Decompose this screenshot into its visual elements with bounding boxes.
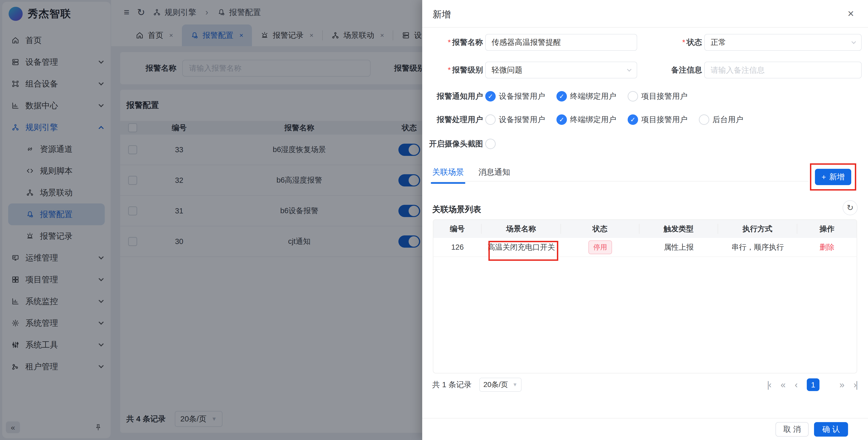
status-label: 状态 [645,37,702,47]
scene-table-row: 126 高温关闭充电口开关 停用 属性上报 串行，顺序执行 删除 [433,238,857,257]
camera-screenshot-label: 开启摄像头截图 [426,139,483,149]
handle-users-label: 报警处理用户 [426,114,483,125]
record-count: 共 1 条记录 [432,379,472,390]
col-header-status: 状态 [561,224,640,234]
checkbox-device-alarm-user[interactable]: 设备报警用户 [485,114,545,125]
alarm-level-row: 报警级别 轻微问题 [426,62,637,78]
scene-table-header: 编号 场景名称 状态 触发类型 执行方式 操作 [433,220,857,238]
remark-label: 备注信息 [645,65,702,75]
checkbox-terminal-bind-user[interactable]: 终端绑定用户 [556,114,616,125]
pager-jump-prev-icon[interactable]: « [780,380,784,390]
scene-name: 高温关闭充电口开关 [482,242,561,252]
drawer-title: 新增 [433,8,451,21]
alarm-name-input[interactable] [485,34,637,51]
caret-down-icon: ▼ [513,382,518,388]
col-header-trigger-type: 触发类型 [640,224,718,234]
alarm-name-row: 报警名称 [426,34,637,51]
checkbox-terminal-bind-user[interactable]: 终端绑定用户 [556,91,616,102]
handle-users-row: 报警处理用户 设备报警用户 终端绑定用户 项目接警用户 后台用户 [426,114,749,125]
alarm-name-label: 报警名称 [426,37,483,47]
remark-input[interactable] [704,62,862,78]
drawer-footer: 取 消 确 认 [422,418,868,440]
notify-users-row: 报警通知用户 设备报警用户 终端绑定用户 项目接警用户 [426,91,693,102]
page-size-select[interactable]: 20条/页▼ [479,378,522,392]
checkbox-icon [556,114,567,125]
pager: |‹ « ‹ 1 » ›| [767,378,857,391]
plus-icon: + [822,173,826,181]
col-header-no: 编号 [433,224,482,234]
col-header-exec-mode: 执行方式 [718,224,797,234]
alarm-level-label: 报警级别 [426,65,483,75]
add-scene-button[interactable]: +新增 [815,169,851,185]
exec-mode: 串行，顺序执行 [718,242,797,252]
checkbox-camera-screenshot[interactable] [485,139,496,149]
tabs-divider [432,181,809,181]
notify-users-label: 报警通知用户 [426,91,483,102]
pager-last-icon[interactable]: ›| [854,380,857,390]
checkbox-device-alarm-user[interactable]: 设备报警用户 [485,91,545,102]
scene-pagination: 共 1 条记录 20条/页▼ |‹ « ‹ 1 » ›| [432,377,857,392]
checkbox-icon [556,91,567,102]
camera-screenshot-row: 开启摄像头截图 [426,139,502,149]
checkbox-project-receive-user[interactable]: 项目接警用户 [628,91,687,102]
drawer-header: 新增 × [422,0,868,28]
confirm-button[interactable]: 确 认 [814,422,848,437]
drawer-mask[interactable] [0,0,422,440]
scene-list-title: 关联场景列表 [432,204,481,215]
trigger-type: 属性上报 [640,242,718,252]
checkbox-icon [628,114,638,125]
close-icon[interactable]: × [847,7,854,20]
col-header-action: 操作 [797,224,857,234]
pager-jump-next-icon[interactable]: » [839,380,843,390]
alarm-level-select[interactable]: 轻微问题 [485,62,637,78]
refresh-button[interactable]: ↻ [843,200,858,215]
status-badge: 停用 [588,240,612,254]
status-select[interactable]: 正常 [704,34,862,51]
app-root: 秀杰智联 首页 设备管理 组合设备 数据中心 规则引擎 资源通道 规则脚本 场景… [0,0,868,440]
checkbox-icon [485,91,496,102]
add-drawer: 新增 × 报警名称 状态 正常 报警级别 轻微问题 备注信息 报警通知用户 设备… [422,0,868,440]
checkbox-icon [699,114,709,125]
pager-first-icon[interactable]: |‹ [767,380,771,390]
checkbox-icon [628,91,638,102]
chevron-down-icon [627,67,631,72]
checkbox-backend-user[interactable]: 后台用户 [699,114,743,125]
pager-current-page[interactable]: 1 [807,378,819,391]
scene-table: 编号 场景名称 状态 触发类型 执行方式 操作 126 高温关闭充电口开关 停用… [433,219,857,373]
status-row: 状态 正常 [645,34,862,51]
cancel-button[interactable]: 取 消 [775,422,809,437]
pager-prev-icon[interactable]: ‹ [795,380,797,390]
remark-row: 备注信息 [645,62,862,78]
chevron-down-icon [851,39,856,44]
checkbox-project-receive-user[interactable]: 项目接警用户 [628,114,687,125]
checkbox-icon [485,139,496,149]
checkbox-icon [485,114,496,125]
scene-no: 126 [433,243,482,251]
delete-link[interactable]: 删除 [819,242,834,252]
refresh-icon: ↻ [847,203,854,212]
col-header-scene-name: 场景名称 [482,224,561,234]
